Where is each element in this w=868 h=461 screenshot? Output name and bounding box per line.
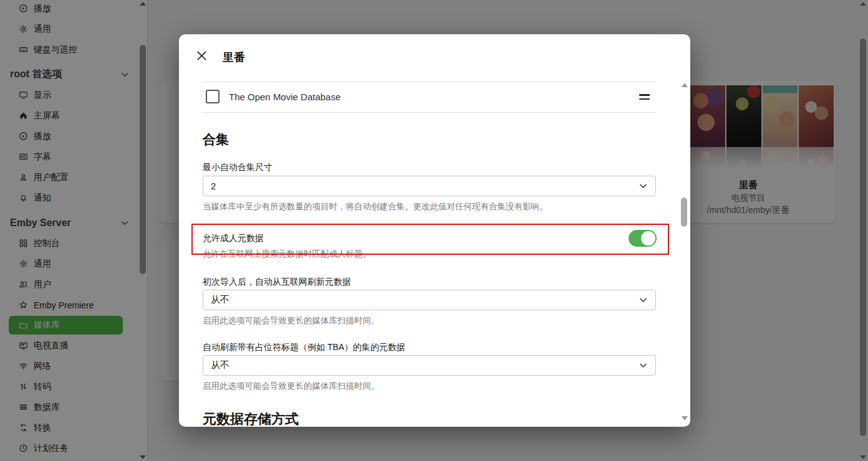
close-icon[interactable] xyxy=(195,49,208,62)
select-value: 2 xyxy=(211,181,216,191)
auto-refresh-helper: 启用此选项可能会导致更长的媒体库扫描时间。 xyxy=(203,315,380,326)
adult-metadata-label: 允许成人元数据 xyxy=(203,233,264,244)
adult-metadata-toggle[interactable] xyxy=(629,230,657,247)
dialog-title: 里番 xyxy=(223,50,245,65)
downloader-checkbox[interactable] xyxy=(206,90,219,103)
collections-heading: 合集 xyxy=(203,131,229,148)
select-value: 从不 xyxy=(211,359,229,371)
toggle-knob xyxy=(641,231,655,245)
min-collection-size-label: 最小自动合集尺寸 xyxy=(203,162,272,173)
min-collection-size-helper: 当媒体库中至少有所选数量的项目时，将自动创建合集。更改此值对任何现有合集没有影响… xyxy=(203,201,548,212)
drag-handle-icon[interactable] xyxy=(639,94,650,102)
downloader-label: The Open Movie Database xyxy=(229,92,340,102)
dialog-scrollbar-thumb[interactable] xyxy=(681,197,687,227)
auto-refresh-label: 初次导入后，自动从互联网刷新元数据 xyxy=(203,277,351,288)
library-settings-dialog: 里番 The Open Movie Database 合集 最小自动合集尺寸 2… xyxy=(179,34,690,427)
metadata-downloader-row: The Open Movie Database xyxy=(203,82,656,112)
select-value: 从不 xyxy=(211,294,229,306)
adult-metadata-helper: 允许在互联网上搜索元数据时匹配成人标题。 xyxy=(203,249,371,260)
divider xyxy=(203,112,656,113)
emby-settings-screen: 播放通用键盘与遥控root 首选项显示主屏幕播放字幕用户配置通知Emby Ser… xyxy=(0,0,868,461)
chevron-down-icon xyxy=(639,361,648,370)
chevron-down-icon xyxy=(639,295,648,305)
chevron-down-icon xyxy=(639,181,648,191)
placeholder-refresh-helper: 启用此选项可能会导致更长的媒体库扫描时间。 xyxy=(203,381,380,392)
min-collection-size-select[interactable]: 2 xyxy=(203,176,656,196)
placeholder-refresh-select[interactable]: 从不 xyxy=(203,355,656,376)
scroll-up-icon[interactable] xyxy=(682,83,688,87)
scroll-down-icon[interactable] xyxy=(682,416,688,421)
metadata-storage-heading: 元数据存储方式 xyxy=(203,410,299,429)
auto-refresh-select[interactable]: 从不 xyxy=(203,290,656,310)
placeholder-refresh-label: 自动刷新带有占位符标题（例如 TBA）的集的元数据 xyxy=(203,342,405,353)
